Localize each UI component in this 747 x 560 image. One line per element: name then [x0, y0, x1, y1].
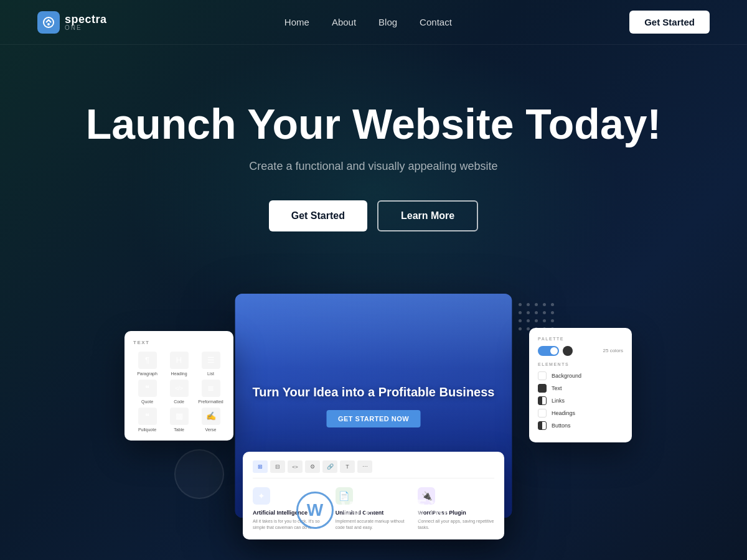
widget-item: </> Code	[165, 380, 193, 404]
preformatted-icon: ≣	[202, 380, 220, 397]
element-row-buttons: Buttons	[538, 421, 623, 430]
toolbar-row: ⊞ ⊟ <> ⚙ 🔗 T ⋯	[253, 460, 494, 478]
buttons-check	[538, 421, 547, 430]
watermark: W WP资源海	[296, 492, 451, 529]
watermark-text: WP资源海	[341, 495, 451, 526]
pullquote-icon: ❝	[138, 408, 157, 425]
palette-dot	[563, 346, 573, 356]
widget-item: ❝ Pullquote	[133, 408, 161, 432]
toolbar-btn-grid[interactable]: ⊞	[253, 460, 268, 473]
widget-item: ▦ Table	[165, 408, 193, 432]
toolbar-btn-code[interactable]: <>	[288, 460, 303, 473]
table-icon: ▦	[170, 408, 189, 425]
element-row-headings: Headings	[538, 409, 623, 418]
widget-item: ✍ Verse	[197, 408, 225, 432]
mockup-right-palette: PALETTE 25 colors ELEMENTS Background Te…	[529, 328, 632, 442]
nav-link-home[interactable]: Home	[284, 17, 309, 27]
nav-link-blog[interactable]: Blog	[378, 17, 397, 27]
nav-links: Home About Blog Contact	[284, 17, 452, 27]
svg-point-1	[47, 23, 50, 26]
hero-learn-more-button[interactable]: Learn More	[377, 200, 478, 231]
svg-point-0	[44, 17, 54, 27]
toolbar-btn-more[interactable]: ⋯	[357, 460, 372, 473]
hero-title: Launch Your Website Today!	[12, 101, 735, 147]
elements-label: ELEMENTS	[538, 362, 623, 366]
hero-section: Launch Your Website Today! Create a func…	[0, 45, 747, 269]
widget-item: H Heading	[165, 352, 193, 376]
hero-subtitle: Create a functional and visually appeali…	[12, 160, 735, 173]
toolbar-btn-gear[interactable]: ⚙	[305, 460, 320, 473]
quote-icon: ❝	[138, 380, 157, 397]
element-row-links: Links	[538, 396, 623, 405]
links-check	[538, 396, 547, 405]
circle-decoration	[174, 449, 224, 499]
palette-toggle[interactable]	[538, 346, 559, 356]
watermark-wp-letter: W	[307, 500, 323, 520]
nav-link-about[interactable]: About	[332, 17, 356, 27]
element-row-text: Text	[538, 384, 623, 393]
widget-item: ≣ Preformatted	[197, 380, 225, 404]
logo-name: spectra	[65, 14, 107, 25]
paragraph-icon: ¶	[138, 352, 157, 369]
hero-get-started-button[interactable]: Get Started	[269, 200, 367, 231]
background-check	[538, 371, 547, 380]
bottom-section: ✦ ⚡ 📈	[0, 549, 747, 560]
widget-item: ¶ Paragraph	[133, 352, 161, 376]
headings-check	[538, 409, 547, 418]
toolbar-btn-link[interactable]: 🔗	[322, 460, 337, 473]
toolbar-btn-cols[interactable]: ⊟	[270, 460, 285, 473]
hero-buttons: Get Started Learn More	[12, 200, 735, 231]
widget-item: ☰ List	[197, 352, 225, 376]
nav-link-contact[interactable]: Contact	[420, 17, 452, 27]
logo-icon	[37, 11, 60, 34]
mockup-left-widget: TEXT ¶ Paragraph H Heading ☰ List ❝ Quot…	[125, 331, 233, 441]
heading-icon: H	[170, 352, 189, 369]
palette-label: PALETTE	[538, 337, 623, 341]
text-check	[538, 384, 547, 393]
nav-get-started-button[interactable]: Get Started	[629, 11, 710, 34]
widget-item: ❝ Quote	[133, 380, 161, 404]
toolbar-btn-text[interactable]: T	[340, 460, 355, 473]
mockup-center-cta[interactable]: GET STARTED NOW	[327, 410, 420, 427]
palette-toggle-row: 25 colors	[538, 346, 623, 356]
element-row-background: Background	[538, 371, 623, 380]
list-icon: ☰	[202, 352, 220, 369]
logo-sub: one	[65, 25, 107, 31]
code-icon: </>	[170, 380, 189, 397]
navbar: spectra one Home About Blog Contact Get …	[0, 0, 747, 45]
widget-label: TEXT	[133, 340, 225, 345]
mockup-center-title: Turn Your Idea into a Profitable Busines…	[253, 384, 495, 400]
logo[interactable]: spectra one	[37, 11, 107, 34]
mockup-center-content: Turn Your Idea into a Profitable Busines…	[253, 384, 495, 427]
ai-icon: ✦	[253, 487, 270, 505]
watermark-circle: W	[296, 492, 334, 529]
widget-grid: ¶ Paragraph H Heading ☰ List ❝ Quote </>	[133, 352, 225, 432]
verse-icon: ✍	[202, 408, 220, 425]
palette-count: 25 colors	[603, 348, 623, 353]
